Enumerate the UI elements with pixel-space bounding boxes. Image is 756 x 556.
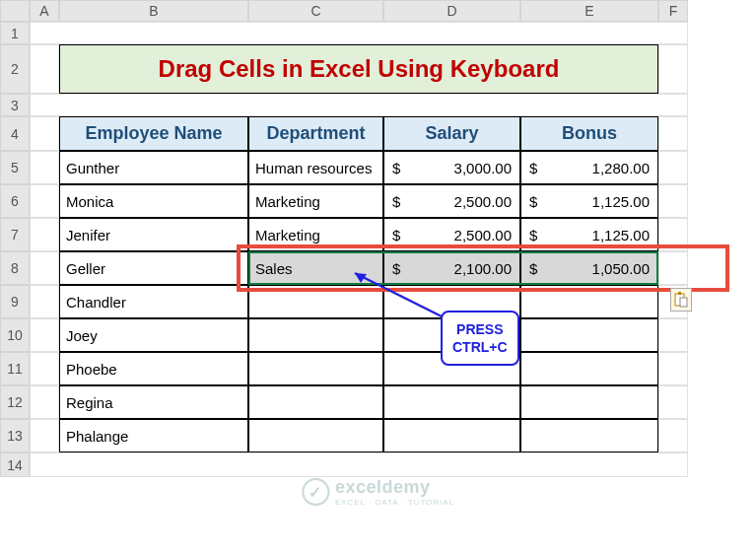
col-header-a[interactable]: A (30, 0, 59, 22)
cell[interactable] (30, 285, 59, 318)
table-cell-dept[interactable]: Marketing (248, 184, 383, 218)
table-cell-bonus[interactable] (520, 419, 658, 452)
cell[interactable] (30, 318, 59, 352)
cell[interactable] (658, 184, 688, 218)
cell[interactable] (30, 419, 59, 452)
cell[interactable] (30, 452, 688, 477)
table-cell-name[interactable]: Chandler (59, 285, 248, 318)
amount: 2,500.00 (454, 227, 512, 243)
table-header-bonus[interactable]: Bonus (520, 116, 658, 151)
cell[interactable] (658, 218, 688, 251)
amount: 1,280.00 (592, 160, 650, 176)
currency-symbol: $ (529, 193, 537, 210)
table-cell-name[interactable]: Joey (59, 318, 248, 352)
table-header-dept[interactable]: Department (248, 116, 383, 151)
table-cell-salary[interactable] (383, 419, 520, 452)
watermark-logo-icon: ✓ (302, 478, 329, 506)
table-cell-name[interactable]: Monica (59, 184, 248, 218)
row-header-9[interactable]: 9 (0, 285, 30, 318)
table-cell-salary[interactable]: $2,500.00 (383, 184, 520, 218)
table-cell-dept[interactable] (248, 385, 383, 419)
cell[interactable] (30, 184, 59, 218)
cell[interactable] (30, 94, 688, 116)
col-header-b[interactable]: B (59, 0, 248, 22)
table-cell-salary[interactable]: $3,000.00 (383, 151, 520, 184)
watermark: ✓ exceldemy EXCEL · DATA · TUTORIAL (302, 477, 454, 507)
row-header-4[interactable]: 4 (0, 116, 30, 151)
table-cell-name[interactable]: Jenifer (59, 218, 248, 251)
table-cell-dept[interactable]: Human resources (248, 151, 383, 184)
table-cell-bonus[interactable] (520, 352, 658, 385)
row-header-3[interactable]: 3 (0, 94, 30, 116)
currency-symbol: $ (392, 227, 400, 243)
table-cell-bonus[interactable]: $1,050.00 (520, 251, 658, 285)
table-cell-bonus[interactable] (520, 318, 658, 352)
cell[interactable] (658, 44, 688, 94)
table-cell-name[interactable]: Phalange (59, 419, 248, 452)
paste-options-icon[interactable] (670, 288, 692, 312)
row-header-13[interactable]: 13 (0, 419, 30, 452)
cell[interactable] (30, 116, 59, 151)
cell[interactable] (30, 44, 59, 94)
table-cell-bonus[interactable]: $1,280.00 (520, 151, 658, 184)
currency-symbol: $ (529, 227, 537, 243)
table-cell-dept[interactable]: Marketing (248, 218, 383, 251)
cell[interactable] (30, 385, 59, 419)
row-header-6[interactable]: 6 (0, 184, 30, 218)
table-cell-bonus[interactable]: $1,125.00 (520, 184, 658, 218)
watermark-text: exceldemy (335, 477, 454, 498)
cell[interactable] (30, 218, 59, 251)
amount: 3,000.00 (454, 160, 512, 176)
cell[interactable] (658, 151, 688, 184)
table-cell-dept[interactable] (248, 285, 383, 318)
cell[interactable] (30, 352, 59, 385)
cell[interactable] (658, 419, 688, 452)
row-header-7[interactable]: 7 (0, 218, 30, 251)
table-cell-salary[interactable] (383, 385, 520, 419)
col-header-c[interactable]: C (248, 0, 383, 22)
cell[interactable] (30, 22, 688, 44)
row-header-5[interactable]: 5 (0, 151, 30, 184)
table-cell-dept[interactable] (248, 352, 383, 385)
table-cell-name[interactable]: Gunther (59, 151, 248, 184)
cell[interactable] (658, 318, 688, 352)
table-cell-dept[interactable] (248, 318, 383, 352)
table-cell-name[interactable]: Geller (59, 251, 248, 285)
amount: 1,125.00 (592, 193, 650, 210)
table-cell-name[interactable]: Phoebe (59, 352, 248, 385)
cell[interactable] (30, 251, 59, 285)
table-cell-salary[interactable]: $2,500.00 (383, 218, 520, 251)
spreadsheet-grid: A B C D E F 1 2 Drag Cells in Excel Usin… (0, 0, 756, 477)
callout-box: PRESS CTRL+C (441, 311, 519, 366)
row-header-1[interactable]: 1 (0, 22, 30, 44)
cell[interactable] (658, 251, 688, 285)
col-header-f[interactable]: F (658, 0, 688, 22)
table-header-name[interactable]: Employee Name (59, 116, 248, 151)
table-cell-bonus[interactable] (520, 285, 658, 318)
row-header-10[interactable]: 10 (0, 318, 30, 352)
currency-symbol: $ (392, 160, 400, 176)
cell[interactable] (658, 116, 688, 151)
row-header-2[interactable]: 2 (0, 44, 30, 94)
currency-symbol: $ (392, 193, 400, 210)
col-header-e[interactable]: E (520, 0, 658, 22)
row-header-11[interactable]: 11 (0, 352, 30, 385)
currency-symbol: $ (392, 260, 400, 277)
row-header-14[interactable]: 14 (0, 452, 30, 477)
page-title[interactable]: Drag Cells in Excel Using Keyboard (59, 44, 658, 94)
cell[interactable] (658, 352, 688, 385)
row-header-8[interactable]: 8 (0, 251, 30, 285)
table-cell-name[interactable]: Regina (59, 385, 248, 419)
cell[interactable] (30, 151, 59, 184)
table-cell-bonus[interactable] (520, 385, 658, 419)
amount: 2,100.00 (454, 260, 512, 277)
table-cell-bonus[interactable]: $1,125.00 (520, 218, 658, 251)
row-header-12[interactable]: 12 (0, 385, 30, 419)
table-cell-dept[interactable] (248, 419, 383, 452)
table-cell-salary[interactable]: $2,100.00 (383, 251, 520, 285)
cell[interactable] (658, 385, 688, 419)
col-header-d[interactable]: D (383, 0, 520, 22)
table-header-salary[interactable]: Salary (383, 116, 520, 151)
select-all-corner[interactable] (0, 0, 30, 22)
table-cell-dept[interactable]: Sales (248, 251, 383, 285)
